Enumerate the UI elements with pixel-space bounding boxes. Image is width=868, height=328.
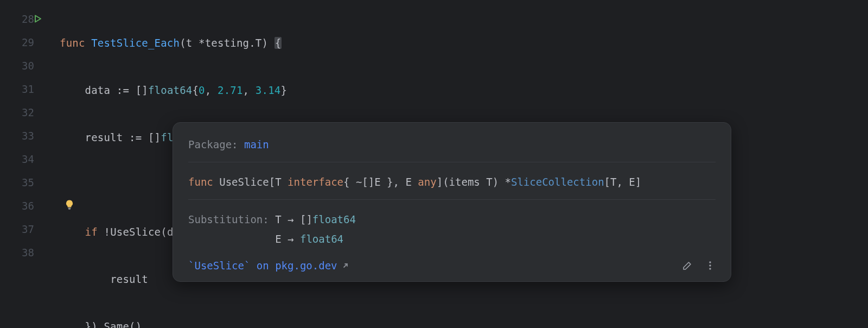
doc-package-row: Package: main (188, 135, 716, 154)
svg-point-4 (709, 268, 711, 269)
doc-package-link[interactable]: main (244, 138, 269, 150)
line-number: 37 (0, 218, 49, 241)
run-test-icon[interactable] (34, 8, 42, 31)
line-number: 30 (0, 54, 49, 78)
line-number: 33 (0, 124, 49, 148)
svg-point-3 (709, 264, 711, 266)
doc-external-link[interactable]: `UseSlice` on pkg.go.dev (188, 260, 349, 272)
pencil-icon[interactable] (682, 260, 693, 271)
code-line: }).Same() (60, 315, 868, 328)
line-number: 38 (0, 241, 49, 264)
svg-point-2 (709, 261, 711, 263)
line-number: 29 (0, 31, 49, 54)
line-number: 36 (0, 194, 49, 218)
quick-doc-popup[interactable]: Package: main func UseSlice[T interface{… (173, 122, 731, 282)
code-line: func TestSlice_Each(t *testing.T) { (60, 31, 868, 55)
code-line: data := []float64{0, 2.71, 3.14} (60, 79, 868, 102)
gutter: 28 29 30 31 32 33 34 35 36 37 38 (0, 0, 50, 328)
line-number: 34 (0, 148, 49, 171)
separator (188, 199, 716, 200)
more-icon[interactable] (705, 260, 716, 271)
line-number: 35 (0, 171, 49, 194)
doc-return-type-link[interactable]: SliceCollection (511, 176, 604, 188)
doc-substitution: E → float64 (188, 229, 716, 249)
external-link-icon (342, 262, 349, 269)
doc-signature: func UseSlice[T interface{ ~[]E }, E any… (188, 172, 716, 192)
doc-substitution: Substitution: T → []float64 (188, 210, 716, 229)
separator (188, 162, 716, 162)
line-number: 31 (0, 78, 49, 101)
line-number: 32 (0, 101, 49, 124)
line-number: 28 (0, 8, 49, 31)
